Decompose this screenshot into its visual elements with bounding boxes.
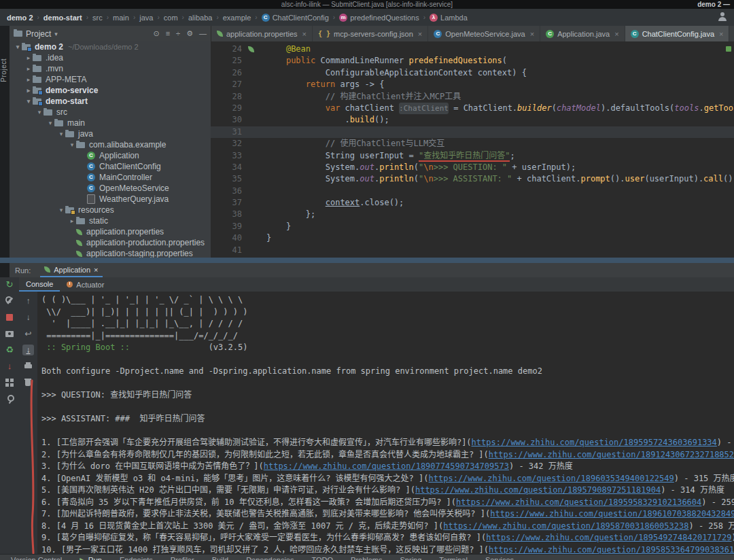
zhihu-question-link[interactable]: https://www.zhihu.com/question/189610703… bbox=[490, 509, 734, 519]
editor-tab[interactable]: CChatClientConfig.java× bbox=[625, 26, 730, 41]
editor-tab[interactable]: application.properties× bbox=[211, 26, 313, 41]
thread-dump-camera-icon[interactable] bbox=[5, 329, 14, 338]
print-icon[interactable] bbox=[22, 361, 34, 372]
rerun-icon[interactable]: ↻ bbox=[5, 280, 14, 290]
zhihu-question-link[interactable]: https://www.zhihu.com/question/189077459… bbox=[264, 461, 509, 471]
tree-row[interactable]: ▸demo-service bbox=[10, 85, 211, 96]
tree-chevron-icon[interactable]: ▸ bbox=[24, 65, 33, 72]
tree-row[interactable]: ▸.mvn bbox=[10, 63, 211, 74]
tree-row[interactable]: WeatherQuery.java bbox=[10, 194, 211, 205]
soft-wrap-icon[interactable]: ↩ bbox=[22, 328, 34, 339]
tree-row[interactable]: ▸static bbox=[10, 215, 211, 226]
run-configuration-tab[interactable]: Application × bbox=[40, 263, 102, 277]
status-bar-item[interactable]: Version Control bbox=[11, 555, 62, 560]
up-arrow-icon[interactable]: ↑ bbox=[22, 296, 34, 307]
heap-dump-icon[interactable]: ↓ bbox=[5, 362, 14, 371]
console-tab[interactable]: Actuator bbox=[60, 277, 111, 292]
wrench-settings-icon[interactable] bbox=[5, 296, 14, 306]
code-editor[interactable]: 24 @Bean25 public CommandLineRunner pred… bbox=[211, 41, 734, 258]
scroll-to-end-icon[interactable]: ↓ bbox=[22, 345, 34, 355]
tree-row[interactable]: application-staging.properties bbox=[10, 248, 211, 258]
tree-row[interactable]: ▾com.alibaba.example bbox=[10, 139, 211, 150]
stripe-label-project[interactable]: Project bbox=[0, 58, 10, 82]
zhihu-question-link[interactable]: https://www.zhihu.com/question/189549274… bbox=[486, 533, 731, 542]
tree-chevron-icon[interactable]: ▾ bbox=[68, 141, 76, 148]
console-output[interactable]: ( ( )\___ | '_ | '_| | '_ \/ _` | \ \ \ … bbox=[37, 292, 734, 554]
zhihu-question-link[interactable]: https://www.zhihu.com/question/189579089… bbox=[415, 485, 661, 495]
tree-row[interactable]: ▸APP-META bbox=[10, 74, 211, 85]
zhihu-question-link[interactable]: https://www.zhihu.com/question/189585336… bbox=[489, 545, 734, 555]
tree-chevron-icon[interactable]: ▸ bbox=[24, 87, 33, 94]
tree-chevron-icon[interactable]: ▸ bbox=[24, 76, 33, 83]
status-bar-item[interactable]: Spring bbox=[400, 555, 422, 560]
split-icon[interactable]: ÷ bbox=[176, 29, 180, 38]
tree-row[interactable]: ▾java bbox=[10, 128, 211, 139]
tree-row[interactable]: application.properties bbox=[10, 226, 211, 237]
tree-chevron-icon[interactable]: ▾ bbox=[46, 120, 54, 126]
layout-grid-icon[interactable] bbox=[5, 378, 14, 387]
editor-tab[interactable]: IChatClient.java× bbox=[729, 26, 734, 41]
status-bar-item[interactable]: TODO bbox=[311, 555, 333, 560]
breadcrumb-item[interactable]: com bbox=[164, 14, 178, 22]
locate-icon[interactable]: ⊙ bbox=[153, 29, 159, 38]
close-icon[interactable]: × bbox=[418, 30, 422, 38]
zhihu-question-link[interactable]: https://www.zhihu.com/question/189124306… bbox=[489, 450, 734, 459]
status-bar-item[interactable]: ▶Run bbox=[80, 555, 102, 560]
breadcrumb-item[interactable]: demo-start bbox=[43, 14, 82, 22]
console-tab[interactable]: Console bbox=[19, 277, 60, 292]
tree-row[interactable]: application-production.properties bbox=[10, 237, 211, 248]
stop-icon[interactable] bbox=[5, 313, 14, 322]
close-icon[interactable]: × bbox=[530, 30, 534, 38]
close-icon[interactable]: × bbox=[302, 30, 307, 38]
close-icon[interactable]: × bbox=[94, 266, 98, 274]
zhihu-question-link[interactable]: https://www.zhihu.com/question/189595724… bbox=[472, 438, 717, 447]
pin-icon[interactable] bbox=[5, 394, 14, 404]
breadcrumb-item[interactable]: java bbox=[139, 14, 153, 22]
tree-chevron-icon[interactable]: ▾ bbox=[35, 109, 43, 116]
status-bar-item[interactable]: Dependencies bbox=[246, 555, 294, 560]
tree-row[interactable]: ▾resources bbox=[10, 205, 211, 215]
zhihu-question-link[interactable]: https://www.zhihu.com/question/189603534… bbox=[429, 474, 674, 483]
editor-run-splitter[interactable] bbox=[0, 258, 734, 263]
breadcrumb-item[interactable]: src bbox=[92, 14, 103, 22]
tree-row[interactable]: ▾main bbox=[10, 118, 211, 128]
inspection-status-icon[interactable] bbox=[726, 46, 731, 52]
breadcrumb-item[interactable]: λLambda bbox=[430, 14, 468, 22]
close-icon[interactable]: × bbox=[614, 30, 618, 38]
tree-row[interactable]: ▸.idea bbox=[10, 52, 211, 63]
clear-console-icon[interactable] bbox=[22, 377, 34, 388]
zhihu-question-link[interactable]: https://www.zhihu.com/question/189587003… bbox=[443, 521, 688, 531]
close-icon[interactable]: × bbox=[719, 30, 723, 38]
tree-row[interactable]: CApplication bbox=[10, 150, 211, 161]
tree-row[interactable]: ▾demo 2~/Downloads/demo 2 bbox=[10, 41, 211, 52]
hide-panel-icon[interactable]: — bbox=[199, 29, 207, 38]
collapse-all-icon[interactable]: ≡ bbox=[166, 29, 170, 38]
tree-chevron-icon[interactable]: ▾ bbox=[57, 130, 65, 137]
editor-tab[interactable]: CApplication.java× bbox=[540, 26, 625, 41]
tree-row[interactable]: COpenMeteoService bbox=[10, 183, 211, 194]
gc-icon[interactable]: ♻ bbox=[5, 345, 14, 355]
tree-chevron-icon[interactable]: ▸ bbox=[24, 54, 33, 61]
status-bar-item[interactable]: Services bbox=[485, 555, 514, 560]
editor-tab[interactable]: { }mcp-servers-config.json× bbox=[313, 26, 428, 41]
tree-row[interactable]: ▾demo-start bbox=[10, 96, 211, 107]
project-panel-title[interactable]: Project bbox=[26, 29, 51, 39]
breadcrumb-item[interactable]: demo 2 bbox=[7, 14, 33, 22]
tree-row[interactable]: ▾src bbox=[10, 107, 211, 118]
breadcrumb-item[interactable]: main bbox=[113, 14, 129, 22]
breadcrumb-item[interactable]: mpredefinedQuestions bbox=[339, 14, 419, 22]
status-bar-item[interactable]: Terminal bbox=[439, 555, 468, 560]
zhihu-question-link[interactable]: https://www.zhihu.com/question/189595832… bbox=[456, 497, 701, 507]
status-bar-item[interactable]: Profiler bbox=[171, 555, 194, 560]
breadcrumb-item[interactable]: example bbox=[223, 14, 251, 22]
tree-row[interactable]: CChatClientConfig bbox=[10, 161, 211, 172]
tree-chevron-icon[interactable]: ▸ bbox=[68, 217, 76, 224]
status-bar-item[interactable]: Build bbox=[212, 555, 228, 560]
tree-chevron-icon[interactable]: ▾ bbox=[57, 207, 65, 213]
chevron-down-icon[interactable]: ▾ bbox=[54, 31, 58, 37]
status-bar-item[interactable]: Endpoints bbox=[120, 555, 153, 560]
down-arrow-icon[interactable]: ↓ bbox=[22, 312, 34, 323]
bean-gutter-icon[interactable] bbox=[248, 46, 254, 52]
tree-chevron-icon[interactable]: ▾ bbox=[14, 43, 22, 50]
tree-row[interactable]: CMainController bbox=[10, 172, 211, 183]
